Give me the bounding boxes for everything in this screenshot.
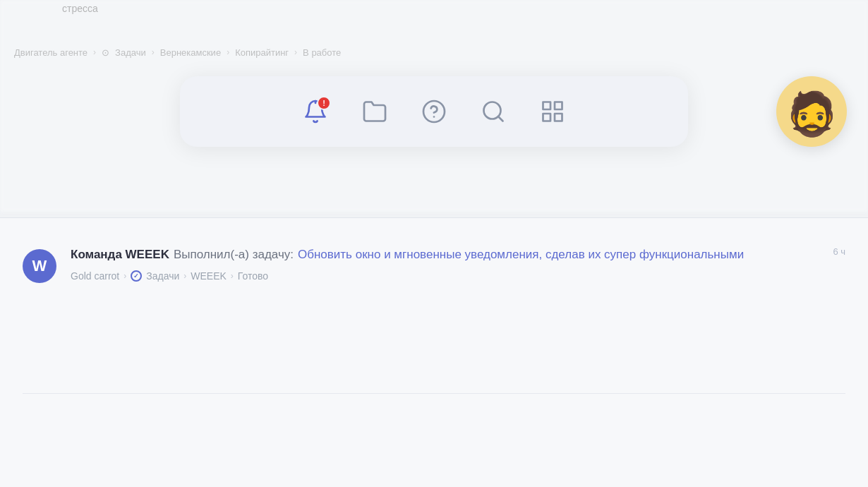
svg-rect-5 [543, 102, 551, 110]
bc-item-5: В работе [303, 47, 341, 58]
bc-arrow-1: › [123, 271, 126, 281]
bc-status: Готово [238, 270, 268, 282]
notif-divider [23, 393, 845, 394]
search-icon [481, 99, 506, 124]
notif-avatar-1: W [23, 249, 56, 283]
avatar-emoji: 🧔 [785, 93, 838, 136]
bc-sep-4: › [294, 47, 297, 57]
notif-task-link[interactable]: Обновить окно и мгновенные уведомления, … [298, 246, 744, 263]
bc-icon-task: ⊙ [102, 47, 109, 58]
bc-item-4: Копирайтинг [235, 47, 289, 58]
bc-sep-1: › [93, 47, 96, 57]
bc-item-1: Двигатель агенте [14, 47, 88, 58]
svg-rect-6 [555, 102, 562, 110]
bc-sep-2: › [152, 47, 155, 57]
notification-badge: ! [317, 96, 331, 110]
folder-icon [362, 99, 387, 124]
notif-action: Выполнил(-а) задачу: [174, 248, 294, 262]
bc-workspace: Gold carrot [71, 270, 119, 282]
notif-breadcrumb-1: Gold carrot › Задачи › WEEEK › Готово [71, 270, 845, 282]
bc-sep-3: › [227, 47, 229, 57]
search-button[interactable] [475, 93, 512, 130]
help-button[interactable] [416, 93, 452, 130]
notifications-area: W Команда WEEEK Выполнил(-а) задачу: Обн… [0, 218, 868, 487]
user-avatar[interactable]: 🧔 [776, 76, 847, 147]
grid-icon [540, 99, 565, 124]
top-partial-text: стресса [62, 3, 98, 14]
bc-item-3: Вернекамские [160, 47, 221, 58]
bell-button[interactable]: ! [297, 93, 334, 130]
folder-button[interactable] [356, 93, 393, 130]
notif-title-line: Команда WEEEK Выполнил(-а) задачу: Обнов… [71, 246, 845, 263]
bc-item-2: Задачи [115, 47, 146, 58]
toolbar-panel: ! [180, 76, 688, 147]
notif-content-1: Команда WEEEK Выполнил(-а) задачу: Обнов… [71, 246, 845, 282]
notif-team: Команда WEEEK [71, 248, 169, 262]
grid-button[interactable] [534, 93, 571, 130]
bc-arrow-2: › [183, 271, 186, 281]
bc-project: WEEEK [191, 270, 227, 282]
help-icon [421, 99, 447, 124]
bc-arrow-3: › [231, 271, 234, 281]
svg-rect-8 [555, 114, 562, 121]
svg-line-4 [498, 116, 503, 121]
svg-rect-7 [543, 114, 551, 121]
svg-point-1 [423, 101, 445, 122]
notif-time-1: 6 ч [833, 246, 845, 257]
bc-section: Задачи [146, 270, 179, 282]
breadcrumb: Двигатель агенте › ⊙ Задачи › Вернекамск… [0, 41, 868, 64]
notification-item-1[interactable]: W Команда WEEEK Выполнил(-а) задачу: Обн… [0, 246, 868, 283]
check-circle-icon [131, 270, 142, 282]
